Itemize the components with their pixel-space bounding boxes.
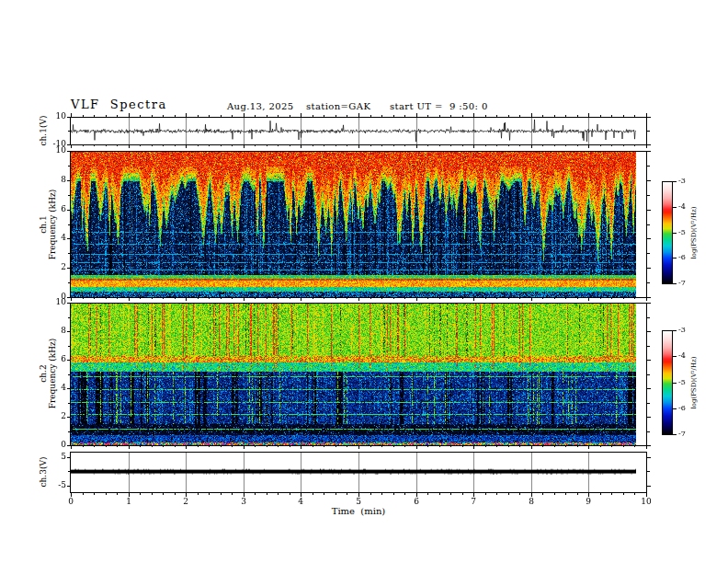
ch1-spectrogram [71,152,646,297]
tick-mark [673,207,677,208]
figure-title: VLF Spectra [71,98,167,111]
date-label: Aug.13, 2025 [227,101,294,111]
tick-mark [673,330,677,331]
ch2-spectrogram-panel [70,303,647,446]
y-tick-label: 2 [28,411,66,420]
tick-mark [673,283,677,284]
y-tick-label: 8 [28,175,66,184]
ch2-spectrogram [71,304,646,445]
x-tick-label: 3 [241,497,246,506]
colorbar-tick-label: -7 [678,279,686,287]
tick-mark [647,117,651,118]
colorbar-ch2-label: log(PSD)(V²/Hz) [690,357,698,409]
tick-mark [647,210,651,211]
tick-mark [647,317,650,318]
x-tick-label: 10 [641,497,651,506]
x-tick-label: 4 [298,497,303,506]
ch2-label-line1: ch.2 [39,364,48,382]
tick-mark [673,383,677,384]
x-tick-label: 8 [529,497,534,506]
colorbar-ch1-label: log(PSD)(V²/Hz) [690,207,698,259]
tick-mark [673,181,677,182]
tick-mark [647,151,651,152]
y-tick-label: 0 [28,292,66,301]
tick-mark [647,303,651,304]
y-tick-label: 0 [28,440,66,449]
colorbar-tick-label: -7 [678,430,686,438]
ch1-voltage-axis-label: ch.1(V) [39,116,48,146]
tick-mark [647,253,650,254]
y-tick-label: 8 [28,326,66,335]
tick-mark [647,166,650,167]
y-tick-label: 10 [28,145,66,155]
tick-mark [647,331,651,332]
colorbar-tick-label: -6 [678,253,686,261]
x-tick-label: 5 [356,497,361,506]
ch3-voltage-axis-label: ch.3(V) [39,457,48,488]
tick-mark [647,388,651,389]
tick-mark [647,457,651,458]
tick-mark [647,268,651,269]
tick-mark [647,445,651,446]
tick-mark [647,297,651,298]
tick-mark [647,374,650,375]
y-tick-label: 10 [28,297,66,306]
ch1-spectrogram-panel [70,151,647,298]
tick-mark [647,131,650,132]
x-tick-label: 0 [68,497,74,506]
vlf-spectra-figure: VLF Spectra Aug.13, 2025 station=GAK sta… [0,0,728,563]
ch1-frequency-axis-label: ch.1Frequency (kHz) [39,190,57,260]
tick-mark [647,417,651,418]
x-tick-label: 2 [183,497,188,506]
colorbar-tick-label: -3 [678,326,686,334]
colorbar-tick-label: -5 [678,378,686,386]
y-tick-label: 2 [28,262,66,271]
tick-mark [647,346,650,347]
ch1-label-line1: ch.1 [39,215,48,233]
tick-mark [647,486,651,487]
colorbar-ch2 [662,330,673,435]
x-tick-label: 7 [471,497,476,506]
tick-mark [647,224,650,225]
time-axis-label: Time (min) [332,506,386,516]
ch2-frequency-axis-label: ch.2Frequency (kHz) [39,339,57,409]
ch3-waveform-panel [70,452,647,493]
tick-mark [647,195,650,196]
frequency-label-line2: Frequency (kHz) [48,190,57,260]
tick-mark [647,360,651,361]
tick-mark [647,471,650,472]
colorbar-tick-label: -4 [678,202,686,211]
start-ut-label: start UT = 9 :50: 0 [390,101,488,111]
tick-mark [673,434,677,435]
tick-mark [647,282,650,283]
colorbar-tick-label: -6 [678,404,686,412]
x-tick-label: 1 [126,497,131,506]
tick-mark [673,408,677,409]
tick-mark [647,238,651,239]
station-label: station=GAK [306,101,370,111]
colorbar-ch1 [662,181,673,284]
ch3-waveform-trace [71,453,646,492]
tick-mark [647,180,651,181]
tick-mark [647,431,650,432]
tick-mark [673,356,677,357]
tick-mark [673,258,677,259]
colorbar-tick-label: -5 [678,228,686,236]
x-tick-label: 6 [414,497,419,506]
colorbar-tick-label: -3 [678,177,686,185]
tick-mark [647,144,651,145]
x-tick-label: 9 [586,497,591,506]
tick-mark [673,233,677,234]
ch1-waveform-trace [71,118,646,144]
colorbar-tick-label: -4 [678,351,686,360]
ch1-waveform-panel [70,117,647,145]
frequency-label-line2: Frequency (kHz) [48,339,57,409]
tick-mark [647,403,650,404]
